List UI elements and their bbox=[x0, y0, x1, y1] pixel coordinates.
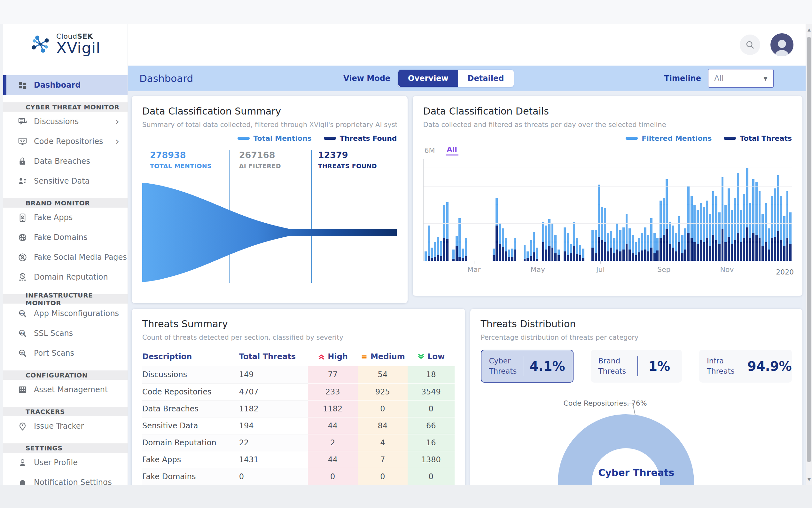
bar-pair bbox=[610, 159, 613, 261]
brand-logo: CloudSEK XVigil bbox=[3, 24, 128, 64]
distribution-label: Cyber Threats bbox=[489, 356, 517, 376]
stat-label: THREATS FOUND bbox=[318, 163, 377, 170]
sidebar-item-app-misconfigurations[interactable]: App Misconfigurations bbox=[3, 304, 128, 324]
sidebar-item-label: SSL Scans bbox=[34, 329, 73, 338]
col-low: Low bbox=[408, 348, 455, 366]
bar-pair bbox=[641, 159, 644, 261]
bar-total-threats bbox=[459, 257, 461, 261]
sidebar-item-ssl-scans[interactable]: SSL Scans bbox=[3, 324, 128, 343]
sidebar-item-label: Data Breaches bbox=[34, 157, 90, 166]
cell-description: Domain Reputation bbox=[142, 434, 239, 451]
timeline-select[interactable]: All ▼ bbox=[708, 69, 774, 88]
legend-item: Total Threats bbox=[724, 134, 792, 142]
sidebar-nav: DashboardCYBER THREAT MONITORDiscussions… bbox=[3, 64, 128, 484]
cell-high: 233 bbox=[308, 383, 358, 400]
bar-total-threats bbox=[762, 246, 764, 261]
sidebar-item-code-repositories[interactable]: Code Repositories› bbox=[3, 131, 128, 151]
bar-pair bbox=[495, 159, 498, 261]
vertical-scrollbar[interactable]: ▲ ▼ bbox=[806, 24, 812, 484]
bar-pair bbox=[678, 159, 681, 261]
bar-pair bbox=[538, 159, 541, 261]
bar-pair bbox=[774, 159, 777, 261]
sidebar-item-fake-apps[interactable]: Fake Apps bbox=[3, 208, 128, 227]
sidebar-item-sensitive-data[interactable]: Sensitive Data bbox=[3, 171, 128, 191]
sidebar-item-label: Discussions bbox=[34, 117, 79, 126]
distribution-card-brand-threats[interactable]: Brand Threats1% bbox=[591, 350, 682, 383]
avatar[interactable] bbox=[770, 33, 794, 56]
bar-pair bbox=[576, 159, 579, 261]
cell-total: 1182 bbox=[239, 400, 308, 417]
cell-total: 0 bbox=[239, 468, 308, 484]
sidebar: CloudSEK XVigil DashboardCYBER THREAT MO… bbox=[3, 24, 128, 484]
range-option-all[interactable]: All bbox=[446, 145, 459, 156]
low-severity-icon bbox=[417, 353, 425, 361]
overview-button[interactable]: Overview bbox=[398, 70, 458, 87]
distribution-card-infra-threats[interactable]: Infra Threats94.9% bbox=[699, 350, 792, 383]
bar-total-threats bbox=[700, 240, 702, 261]
scrollbar-thumb[interactable] bbox=[807, 37, 811, 462]
detailed-button[interactable]: Detailed bbox=[458, 70, 514, 87]
bar-total-threats bbox=[598, 237, 600, 261]
high-severity-icon bbox=[318, 353, 325, 361]
distribution-card-cyber-threats[interactable]: Cyber Threats4.1% bbox=[481, 350, 574, 383]
bar-pair bbox=[715, 159, 718, 261]
bar-pair bbox=[647, 159, 650, 261]
bar-pair bbox=[569, 159, 573, 261]
sidebar-item-asset-management[interactable]: Asset Management bbox=[3, 380, 128, 399]
bar-total-threats bbox=[499, 244, 501, 261]
bar-pair bbox=[650, 159, 653, 261]
bar-pair bbox=[461, 159, 465, 261]
cell-description: Fake Domains bbox=[142, 468, 239, 484]
bar-pair bbox=[480, 159, 483, 261]
scroll-down-icon[interactable]: ▼ bbox=[806, 474, 812, 484]
bar-pair bbox=[786, 159, 789, 261]
bar-total-threats bbox=[495, 225, 498, 261]
bar-pair bbox=[464, 159, 467, 261]
bar-pair bbox=[449, 159, 452, 261]
bar-total-threats bbox=[635, 255, 637, 261]
bar-total-threats bbox=[647, 251, 649, 261]
card-subtitle: Summary of total data collected, filtere… bbox=[142, 121, 397, 129]
cell-medium: 4 bbox=[358, 434, 408, 451]
summary-stats: 278938TOTAL MENTIONS267168AI FILTERED123… bbox=[142, 150, 397, 177]
sidebar-item-discussions[interactable]: Discussions› bbox=[3, 112, 128, 131]
stat-label: AI FILTERED bbox=[239, 163, 281, 170]
chevron-right-icon: › bbox=[115, 137, 119, 146]
card-subtitle: Count of threats detected per section, c… bbox=[142, 334, 455, 341]
funnel-chart bbox=[142, 182, 397, 283]
sidebar-item-label: Notification Settings bbox=[34, 478, 112, 484]
bar-pair bbox=[662, 159, 665, 261]
bar-total-threats bbox=[777, 231, 779, 261]
bar-pair bbox=[681, 159, 684, 261]
stat-value: 12379 bbox=[318, 150, 377, 160]
sidebar-item-issue-tracker[interactable]: Issue Tracker bbox=[3, 416, 128, 436]
bar-total-threats bbox=[746, 227, 748, 261]
search-button[interactable] bbox=[740, 35, 760, 55]
code-repositories-icon bbox=[17, 137, 28, 146]
col-high: High bbox=[308, 348, 358, 366]
bar-pair bbox=[588, 159, 591, 261]
bar-total-threats bbox=[437, 255, 439, 261]
medium-severity-icon bbox=[360, 353, 368, 361]
cell-low: 18 bbox=[408, 366, 455, 383]
sidebar-item-port-scans[interactable]: Port Scans bbox=[3, 343, 128, 363]
sidebar-item-notification-settings[interactable]: Notification Settings bbox=[3, 472, 128, 484]
sidebar-item-dashboard[interactable]: Dashboard bbox=[3, 75, 128, 95]
bar-total-threats bbox=[752, 233, 755, 261]
donut-chart: Code Repositories, 76% Cyber Threats bbox=[470, 399, 803, 484]
sidebar-item-fake-social-media-pages[interactable]: Fake Social Media Pages bbox=[3, 247, 128, 267]
sidebar-item-data-breaches[interactable]: Data Breaches bbox=[3, 151, 128, 171]
scroll-up-icon[interactable]: ▲ bbox=[806, 24, 812, 35]
bar-pair bbox=[471, 159, 474, 261]
bar-total-threats bbox=[666, 229, 668, 261]
bar-total-threats bbox=[697, 244, 699, 261]
funnel-shape bbox=[142, 182, 397, 283]
sidebar-item-domain-reputation[interactable]: Domain Reputation bbox=[3, 267, 128, 287]
sidebar-section-trackers: TRACKERS bbox=[3, 407, 128, 416]
bar-filtered-mentions bbox=[425, 251, 427, 261]
range-option-6m[interactable]: 6M bbox=[423, 146, 436, 155]
bar-pair bbox=[724, 159, 727, 261]
bar-pair bbox=[529, 159, 532, 261]
sidebar-item-user-profile[interactable]: User Profile bbox=[3, 453, 128, 472]
sidebar-item-fake-domains[interactable]: Fake Domains bbox=[3, 227, 128, 247]
